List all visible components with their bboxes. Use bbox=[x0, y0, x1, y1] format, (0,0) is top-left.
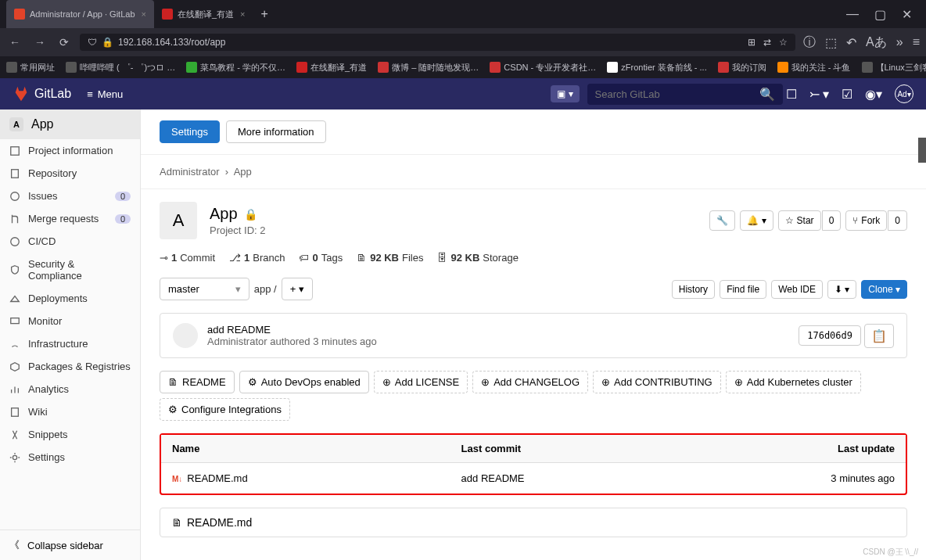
sidebar-item-cicd[interactable]: CI/CD bbox=[0, 230, 140, 253]
extension-icon[interactable]: ⬚ bbox=[825, 35, 837, 50]
breadcrumb-project[interactable]: App bbox=[234, 166, 252, 178]
sidebar-item-security[interactable]: Security & Compliance bbox=[0, 253, 140, 287]
sidebar-item-repository[interactable]: Repository bbox=[0, 162, 140, 185]
menu-icon[interactable]: ≡ bbox=[913, 35, 920, 49]
configure-integrations-chip[interactable]: ⚙ Configure Integrations bbox=[160, 398, 290, 421]
add-kubernetes-chip[interactable]: ⊕ Add Kubernetes cluster bbox=[726, 371, 861, 393]
breadcrumb-admin[interactable]: Administrator bbox=[160, 166, 220, 178]
bookmark-item[interactable]: 我的订阅 bbox=[718, 62, 766, 74]
stat-branches[interactable]: ⎇ 1 Branch bbox=[229, 252, 285, 264]
sidebar-project-header[interactable]: A App bbox=[0, 109, 140, 139]
stats-row: ⊸ 1 Commit ⎇ 1 Branch 🏷 0 Tags 🗎 92 KB F… bbox=[160, 252, 907, 264]
file-icon: 🗎 bbox=[171, 516, 182, 529]
sidebar-item-packages[interactable]: Packages & Registries bbox=[0, 355, 140, 378]
fork-button[interactable]: ⑂ Fork bbox=[845, 210, 887, 231]
back-button[interactable]: ← bbox=[6, 33, 23, 52]
new-button[interactable]: ▣ ▾ bbox=[551, 85, 579, 102]
reload-button[interactable]: ⟳ bbox=[56, 33, 72, 52]
settings-button[interactable]: Settings bbox=[160, 120, 220, 143]
alert-bar: Settings More information bbox=[141, 109, 926, 155]
bookmark-item[interactable]: 菜鸟教程 - 学的不仅… bbox=[186, 62, 285, 74]
bookmark-item[interactable]: 微博 – 随时随地发现… bbox=[378, 62, 479, 74]
minimize-icon[interactable]: — bbox=[846, 7, 859, 22]
maximize-icon[interactable]: ▢ bbox=[874, 7, 886, 22]
watermark: CSDN @王 \\_// bbox=[863, 547, 918, 558]
bookmark-item[interactable]: 我的关注 - 斗鱼 bbox=[777, 62, 851, 74]
issues-icon[interactable]: ☐ bbox=[786, 87, 797, 102]
sidebar-item-project-info[interactable]: Project information bbox=[0, 139, 140, 162]
notification-button[interactable]: 🔔 ▾ bbox=[740, 210, 773, 231]
side-drawer-tab[interactable] bbox=[918, 138, 926, 163]
more-info-button[interactable]: More information bbox=[226, 120, 326, 143]
stat-files[interactable]: 🗎 92 KB Files bbox=[357, 252, 423, 264]
sidebar-item-snippets[interactable]: Snippets bbox=[0, 423, 140, 446]
sidebar-item-wiki[interactable]: Wiki bbox=[0, 400, 140, 423]
bookmark-item[interactable]: 常用网址 bbox=[6, 62, 55, 74]
translate-icon[interactable]: ⇄ bbox=[763, 37, 771, 48]
find-file-button[interactable]: Find file bbox=[720, 280, 766, 299]
close-icon[interactable]: × bbox=[142, 9, 146, 19]
download-button[interactable]: ⬇ ▾ bbox=[827, 280, 856, 299]
bookmark-item[interactable]: zFrontier 装备前线 - ... bbox=[607, 62, 706, 74]
stat-commits[interactable]: ⊸ 1 Commit bbox=[160, 252, 215, 264]
readme-header: 🗎 README.md bbox=[160, 508, 906, 537]
sidebar-item-deployments[interactable]: Deployments bbox=[0, 287, 140, 310]
qr-icon[interactable]: ⊞ bbox=[748, 37, 756, 48]
browser-tab-active[interactable]: Administrator / App · GitLab × bbox=[6, 0, 154, 28]
help-icon[interactable]: ◉▾ bbox=[865, 87, 882, 102]
star-icon[interactable]: ☆ bbox=[779, 37, 788, 48]
translate-ext-icon[interactable]: Aあ bbox=[866, 34, 887, 51]
close-window-icon[interactable]: ✕ bbox=[902, 7, 912, 22]
forward-button[interactable]: → bbox=[31, 33, 48, 52]
window-controls: — ▢ ✕ bbox=[846, 7, 920, 22]
bookmark-bar: 常用网址 哔哩哔哩 ( ゜- ゜)つロ … 菜鸟教程 - 学的不仅… 在线翻译_… bbox=[0, 56, 926, 78]
sidebar-item-issues[interactable]: Issues0 bbox=[0, 185, 140, 207]
close-icon[interactable]: × bbox=[240, 9, 245, 19]
overflow-icon[interactable]: » bbox=[896, 35, 903, 49]
search-input[interactable] bbox=[587, 84, 783, 105]
sidebar-item-infrastructure[interactable]: Infrastructure bbox=[0, 332, 140, 355]
sidebar-item-analytics[interactable]: Analytics bbox=[0, 378, 140, 400]
url-bar[interactable]: 🛡 🔒 192.168.164.133/root/app ⊞ ⇄ ☆ bbox=[80, 34, 795, 51]
add-license-chip[interactable]: ⊕ Add LICENSE bbox=[374, 371, 468, 393]
bookmark-item[interactable]: 在线翻译_有道 bbox=[296, 62, 367, 74]
gitlab-favicon bbox=[14, 9, 25, 20]
collapse-sidebar-button[interactable]: 《 Collapse sidebar bbox=[0, 529, 140, 560]
stat-storage[interactable]: 🗄 92 KB Storage bbox=[437, 252, 518, 264]
search-icon[interactable]: 🔍 bbox=[759, 87, 775, 102]
star-button[interactable]: ☆ Star bbox=[778, 210, 821, 231]
readme-chip[interactable]: 🗎 README bbox=[160, 371, 235, 393]
file-table: Name Last commit Last update M↓README.md… bbox=[160, 433, 907, 495]
add-changelog-chip[interactable]: ⊕ Add CHANGELOG bbox=[472, 371, 588, 393]
sidebar-item-merge-requests[interactable]: Merge requests0 bbox=[0, 207, 140, 230]
add-dropdown[interactable]: + ▾ bbox=[282, 278, 313, 300]
bookmark-item[interactable]: CSDN - 专业开发者社… bbox=[490, 62, 596, 74]
clone-button[interactable]: Clone ▾ bbox=[861, 280, 907, 299]
commit-sha[interactable]: 176d06d9 bbox=[799, 325, 861, 346]
user-avatar[interactable]: Ad ▾ bbox=[895, 84, 913, 103]
sidebar-item-settings[interactable]: Settings bbox=[0, 446, 140, 468]
browser-tab[interactable]: 在线翻译_有道 × bbox=[154, 0, 253, 28]
bookmark-item[interactable]: 【Linux三剑客】下载… bbox=[862, 62, 927, 74]
autodevops-chip[interactable]: ⚙ Auto DevOps enabled bbox=[239, 371, 369, 393]
info-icon[interactable]: ⓘ bbox=[803, 34, 816, 51]
new-tab-button[interactable]: + bbox=[261, 7, 268, 21]
copy-sha-button[interactable]: 📋 bbox=[864, 324, 894, 348]
merge-icon[interactable]: ⤚ ▾ bbox=[809, 87, 829, 102]
menu-button[interactable]: ≡ Menu bbox=[87, 88, 123, 100]
bookmark-item[interactable]: 哔哩哔哩 ( ゜- ゜)つロ … bbox=[66, 62, 175, 74]
wrench-button[interactable]: 🔧 bbox=[709, 210, 735, 231]
sidebar-item-monitor[interactable]: Monitor bbox=[0, 310, 140, 332]
stat-tags[interactable]: 🏷 0 Tags bbox=[299, 252, 343, 264]
web-ide-button[interactable]: Web IDE bbox=[771, 280, 823, 299]
content-area: Settings More information Administrator … bbox=[141, 109, 926, 560]
history-button[interactable]: History bbox=[672, 280, 715, 299]
tab-title: 在线翻译_有道 bbox=[178, 9, 234, 20]
undo-icon[interactable]: ↶ bbox=[846, 35, 856, 50]
issues-badge: 0 bbox=[115, 192, 131, 201]
file-row[interactable]: M↓README.md add README 3 minutes ago bbox=[161, 463, 906, 494]
commit-title[interactable]: add README bbox=[207, 324, 799, 336]
todos-icon[interactable]: ☑ bbox=[842, 87, 852, 102]
branch-selector[interactable]: master ▾ bbox=[160, 278, 249, 300]
add-contributing-chip[interactable]: ⊕ Add CONTRIBUTING bbox=[593, 371, 721, 393]
